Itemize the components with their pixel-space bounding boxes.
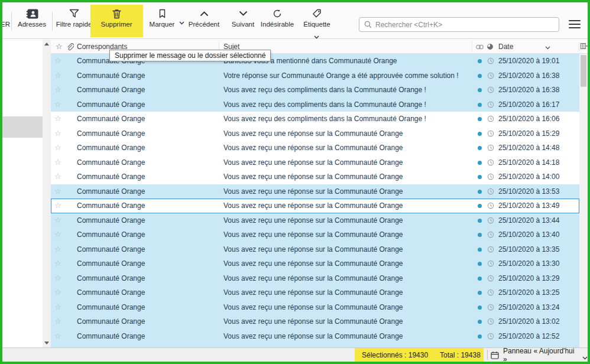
star-column-header[interactable]: ☆ [56, 40, 63, 54]
filtre-rapide-button[interactable]: Filtre rapide [54, 5, 93, 36]
star-toggle-icon[interactable]: ☆ [54, 54, 66, 69]
row-date: 25/10/2020 à 14:18 [498, 155, 578, 170]
star-toggle-icon[interactable]: ☆ [54, 199, 66, 213]
message-row[interactable]: ☆ Communauté Orange Vous avez reçu une r… [51, 300, 579, 315]
star-toggle-icon[interactable]: ☆ [54, 242, 66, 257]
message-row[interactable]: ☆ Communauté Orange Vous avez reçu des c… [51, 83, 579, 98]
statusbar-separator [487, 350, 488, 360]
marquer-dropdown-chevron-icon[interactable] [179, 17, 184, 27]
filtre-rapide-button-label: Filtre rapide [56, 21, 92, 28]
star-toggle-icon[interactable]: ☆ [54, 126, 66, 141]
age-column-header[interactable] [487, 44, 493, 50]
suivant-button[interactable]: Suivant [227, 5, 259, 36]
star-toggle-icon[interactable]: ☆ [54, 83, 66, 98]
star-toggle-icon[interactable]: ☆ [54, 155, 66, 170]
star-toggle-icon[interactable]: ☆ [54, 271, 66, 286]
star-toggle-icon[interactable]: ☆ [54, 329, 66, 344]
row-from: Communauté Orange [77, 69, 221, 83]
scroll-up-arrow-icon[interactable] [44, 43, 49, 46]
supprimer-button[interactable]: Supprimer [92, 5, 141, 36]
suivant-button-label: Suivant [232, 21, 254, 28]
today-pane-button[interactable]: Panneau « Aujourd'hui » [491, 348, 588, 362]
row-date: 25/10/2020 à 13:40 [498, 228, 578, 242]
star-toggle-icon[interactable]: ☆ [54, 69, 66, 83]
unread-dot-icon [478, 277, 482, 281]
message-row[interactable]: ☆ Communauté Orange Vous avez reçu des c… [51, 112, 579, 126]
row-subject: Vous avez reçu une réponse sur la Commun… [223, 213, 472, 228]
row-subject: Vous avez reçu une réponse sur la Commun… [223, 300, 472, 315]
message-row[interactable]: ☆ Communauté Orange Vous avez reçu une r… [51, 170, 579, 184]
row-from: Communauté Orange [77, 271, 221, 286]
star-toggle-icon[interactable]: ☆ [54, 141, 66, 155]
message-row[interactable]: ☆ Communauté Orange Vous avez reçu une r… [51, 228, 579, 242]
row-date: 25/10/2020 à 13:35 [498, 242, 578, 257]
folder-list-item[interactable] [2, 116, 43, 138]
message-row[interactable]: ☆ Communauté Orange Vous avez reçu une r… [51, 126, 579, 141]
message-row[interactable]: ☆ Communauté Orange Vous avez reçu une r… [51, 184, 579, 199]
search-icon [364, 21, 372, 28]
marquer-button[interactable]: Marquer [145, 5, 179, 36]
star-toggle-icon[interactable]: ☆ [54, 314, 66, 329]
scroll-down-arrow-icon[interactable] [44, 342, 49, 344]
row-from: Communauté Orange [77, 314, 221, 329]
folder-pane-scrollbar[interactable] [43, 40, 51, 347]
thread-pane-scrollbar[interactable] [579, 54, 588, 347]
precedent-button[interactable]: Précédent [186, 5, 222, 36]
message-row[interactable]: ☆ Communauté Orange Vous avez reçu une r… [51, 256, 579, 271]
chevron-up-icon [200, 8, 209, 19]
today-pane-label: Panneau « Aujourd'hui » [503, 347, 578, 363]
column-separator[interactable] [472, 41, 472, 52]
message-row[interactable]: ☆ Communauté Orange Vous avez reçu une r… [51, 314, 579, 329]
row-date: 25/10/2020 à 16:38 [498, 69, 578, 83]
cropped-toolbar-button-label[interactable]: ER [1, 21, 10, 28]
row-subject: Vous avez reçu une réponse sur la Commun… [223, 329, 472, 344]
clock-icon [487, 231, 494, 238]
message-row[interactable]: ☆ Communauté Orange Vous avez reçu des c… [51, 98, 579, 112]
message-row[interactable]: ☆ Communauté Orange Vous avez reçu une r… [51, 285, 579, 300]
message-row[interactable]: ☆ Communauté Orange Vous avez reçu une r… [51, 199, 579, 213]
date-column-header[interactable]: Date [498, 40, 513, 54]
message-row[interactable]: ☆ Communauté Orange Vous avez reçu une r… [51, 155, 579, 170]
row-date: 25/10/2020 à 13:53 [498, 184, 578, 199]
scrollbar-thumb[interactable] [581, 55, 586, 87]
row-subject: Vous avez reçu des compliments dans la C… [223, 112, 472, 126]
star-toggle-icon[interactable]: ☆ [54, 343, 66, 347]
row-from: Communauté Orange [77, 170, 221, 184]
row-subject: Vous avez reçu des compliments dans la C… [223, 98, 472, 112]
row-date: 25/10/2020 à 13:02 [498, 314, 578, 329]
sort-descending-chevron-icon[interactable] [545, 45, 550, 50]
selected-count: Sélectionnés : 19430 [362, 351, 428, 359]
attachment-column-header[interactable] [66, 43, 74, 51]
row-from: Communauté Orange [77, 98, 221, 112]
message-row[interactable]: ☆ Communauté Orange Vous avez reçu une r… [51, 329, 579, 344]
adresses-button[interactable]: Adresses [14, 5, 50, 36]
star-toggle-icon[interactable]: ☆ [54, 184, 66, 199]
unread-dot-icon [478, 103, 482, 107]
message-row[interactable]: ☆ Communauté Orange Vous avez reçu une r… [51, 141, 579, 155]
message-row[interactable]: ☆ Communauté Orange Vous avez reçu une r… [51, 271, 579, 286]
message-row[interactable]: ☆ Communauté Orange Vous avez reçu une r… [51, 213, 579, 228]
message-row[interactable]: ☆ Communauté Orange Vous avez reçu une r… [51, 242, 579, 257]
clock-icon [487, 72, 494, 79]
star-toggle-icon[interactable]: ☆ [54, 170, 66, 184]
star-toggle-icon[interactable]: ☆ [54, 256, 66, 271]
message-row[interactable]: ☆ Communauté Orange Vous avez reçu une r… [51, 343, 579, 347]
indesirable-button-label: Indésirable [261, 21, 294, 28]
clock-icon [487, 246, 494, 253]
star-toggle-icon[interactable]: ☆ [54, 228, 66, 242]
column-picker-button[interactable] [579, 43, 587, 51]
indesirable-button[interactable]: Indésirable [258, 5, 297, 36]
message-row[interactable]: ☆ Communauté Orange Votre réponse sur Co… [51, 69, 579, 83]
app-menu-button[interactable] [569, 20, 581, 28]
tooltip: Supprimer le message ou le dossier sélec… [109, 50, 271, 61]
search-box[interactable] [359, 17, 559, 32]
adresses-button-label: Adresses [18, 21, 46, 28]
search-input[interactable] [375, 21, 559, 29]
star-toggle-icon[interactable]: ☆ [54, 112, 66, 126]
star-toggle-icon[interactable]: ☆ [54, 285, 66, 300]
star-toggle-icon[interactable]: ☆ [54, 213, 66, 228]
read-column-header[interactable] [475, 44, 484, 50]
star-toggle-icon[interactable]: ☆ [54, 98, 66, 112]
star-toggle-icon[interactable]: ☆ [54, 300, 66, 315]
thunderbird-window: ER Adresses Filtre rapide Supprimer [0, 0, 590, 364]
